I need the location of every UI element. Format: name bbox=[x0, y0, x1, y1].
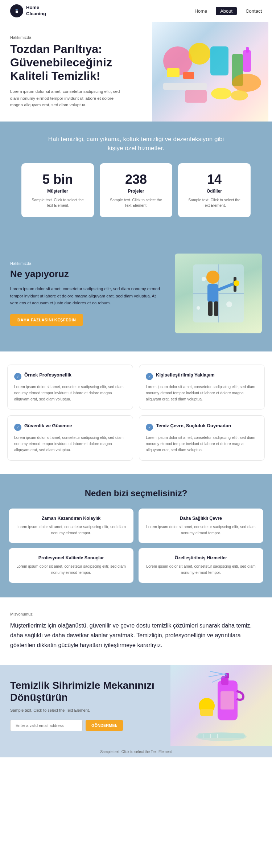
feature-card-1: ✓ Kişiselleştirilmiş Yaklaşım Lorem ipsu… bbox=[139, 365, 265, 410]
cta-desc: Sample text. Click to select the Text El… bbox=[10, 708, 160, 712]
feature-title-0: Örnek Profesyonellik bbox=[24, 372, 71, 378]
features-grid: ✓ Örnek Profesyonellik Lorem ipsum dolor… bbox=[7, 365, 265, 461]
why-card-desc-2: Lorem ipsum dolor sit amet, consetetur s… bbox=[15, 563, 127, 576]
feature-title-3: Temiz Çevre, Suçluluk Duymadan bbox=[156, 423, 231, 429]
mission-text: Müşterilerimiz için olağanüstü, güvenili… bbox=[10, 621, 262, 650]
why-card-3: Özelleştirilmiş Hizmetler Lorem ipsum do… bbox=[139, 548, 263, 583]
stats-cards: 5 bin Müşteriler Sample text. Click to s… bbox=[10, 163, 262, 218]
feature-icon-2: ✓ bbox=[14, 424, 21, 431]
svg-rect-23 bbox=[208, 301, 213, 316]
svg-point-27 bbox=[197, 306, 200, 310]
nav-contact[interactable]: Contact bbox=[246, 8, 262, 14]
why-card-desc-0: Lorem ipsum dolor sit amet, consetetur s… bbox=[15, 524, 127, 536]
stat-desc-0: Sample text. Click to select the Text El… bbox=[29, 197, 87, 209]
why-card-title-3: Özelleştirilmiş Hizmetler bbox=[145, 555, 257, 560]
svg-rect-10 bbox=[243, 50, 251, 72]
feature-title-1: Kişiselleştirilmiş Yaklaşım bbox=[156, 372, 215, 378]
feature-desc-1: Lorem ipsum dolor sit amet, consetetur s… bbox=[146, 384, 258, 402]
svg-point-25 bbox=[202, 277, 206, 281]
cta-form: GÖNDERMEk bbox=[10, 720, 160, 731]
svg-point-18 bbox=[206, 271, 219, 284]
why-card-desc-1: Lorem ipsum dolor sit amet, consetetur s… bbox=[145, 524, 257, 536]
svg-rect-24 bbox=[214, 301, 218, 316]
svg-point-13 bbox=[231, 90, 248, 100]
svg-rect-8 bbox=[167, 68, 180, 77]
explore-button[interactable]: DAHA FAZLASINI KEŞFEDİN bbox=[10, 314, 83, 326]
footer-note: Sample text. Click to select the Text El… bbox=[0, 746, 272, 757]
mission-section: Misyonumuz Müşterilerimiz için olağanüst… bbox=[0, 597, 272, 665]
feature-desc-0: Lorem ipsum dolor sit amet, consetetur s… bbox=[14, 384, 126, 402]
feature-desc-3: Lorem ipsum dolor sit amet, consetetur s… bbox=[146, 435, 258, 453]
cta-section: Temizlik Sihrimizle Mekanınızı Dönüştürü… bbox=[0, 665, 272, 746]
cta-image bbox=[170, 665, 272, 746]
why-card-1: Daha Sağlıklı Çevre Lorem ipsum dolor si… bbox=[139, 509, 263, 543]
hero-section: Hakkımızda Tozdan Parıltıya: Güvenebilec… bbox=[0, 22, 272, 122]
what-section: Hakkımızda Ne yapıyoruz Lorem ipsum dolo… bbox=[0, 239, 272, 351]
stat-desc-2: Sample text. Click to select the Text El… bbox=[185, 197, 243, 209]
hero-label: Hakkımızda bbox=[10, 35, 142, 40]
svg-point-22 bbox=[234, 280, 239, 286]
logo-icon bbox=[10, 4, 23, 17]
feature-card-2: ✓ Güvenlik ve Güvence Lorem ipsum dolor … bbox=[7, 415, 133, 460]
feature-card-0: ✓ Örnek Profesyonellik Lorem ipsum dolor… bbox=[7, 365, 133, 410]
what-image bbox=[175, 254, 262, 333]
what-content: Hakkımızda Ne yapıyoruz Lorem ipsum dolo… bbox=[10, 261, 163, 326]
svg-rect-14 bbox=[185, 90, 207, 103]
stat-card-1: 238 Projeler Sample text. Click to selec… bbox=[100, 163, 172, 218]
svg-rect-4 bbox=[210, 46, 228, 75]
why-card-title-1: Daha Sağlıklı Çevre bbox=[145, 516, 257, 521]
stats-section: Halı temizliği, cam yıkama, koltuk temiz… bbox=[0, 122, 272, 232]
svg-rect-38 bbox=[198, 733, 245, 738]
hero-title: Tozdan Parıltıya: Güvenebileceğiniz Kali… bbox=[10, 42, 142, 82]
svg-rect-33 bbox=[200, 709, 213, 716]
stat-number-0: 5 bin bbox=[29, 172, 87, 187]
hero-image bbox=[152, 22, 268, 122]
stat-desc-1: Sample text. Click to select the Text El… bbox=[107, 197, 165, 209]
svg-rect-11 bbox=[246, 47, 249, 53]
feature-icon-3: ✓ bbox=[146, 424, 153, 431]
footer-note-text: Sample text. Click to select the Text El… bbox=[100, 750, 172, 754]
nav-about[interactable]: About bbox=[216, 7, 237, 15]
what-desc: Lorem ipsum dolor sit amet, consetetur s… bbox=[10, 285, 163, 307]
nav-home[interactable]: Home bbox=[195, 8, 207, 14]
stat-label-2: Ödüller bbox=[185, 189, 243, 194]
send-button[interactable]: GÖNDERMEk bbox=[86, 720, 123, 731]
mission-label: Misyonumuz bbox=[10, 612, 262, 616]
stat-label-0: Müşteriler bbox=[29, 189, 87, 194]
why-card-title-0: Zaman Kazandıran Kolaylık bbox=[15, 516, 127, 521]
cta-title: Temizlik Sihrimizle Mekanınızı Dönüştürü… bbox=[10, 679, 160, 704]
why-card-2: Profesyonel Kalitede Sonuçlar Lorem ipsu… bbox=[9, 548, 133, 583]
email-input[interactable] bbox=[10, 720, 83, 731]
what-label: Hakkımızda bbox=[10, 261, 163, 266]
navbar: HomeCleaning Home About Contact bbox=[0, 0, 272, 22]
stat-number-1: 238 bbox=[107, 172, 165, 187]
svg-rect-31 bbox=[221, 691, 234, 709]
stat-label-1: Projeler bbox=[107, 189, 165, 194]
nav-links: Home About Contact bbox=[195, 7, 262, 15]
why-section: Neden bizi seçmelisiniz? Zaman Kazandıra… bbox=[0, 474, 272, 597]
why-grid: Zaman Kazandıran Kolaylık Lorem ipsum do… bbox=[9, 509, 263, 583]
feature-card-3: ✓ Temiz Çevre, Suçluluk Duymadan Lorem i… bbox=[139, 415, 265, 460]
feature-desc-2: Lorem ipsum dolor sit amet, consetetur s… bbox=[14, 435, 126, 453]
svg-rect-7 bbox=[163, 83, 207, 90]
stat-card-0: 5 bin Müşteriler Sample text. Click to s… bbox=[21, 163, 94, 218]
svg-point-12 bbox=[211, 88, 231, 99]
why-card-desc-3: Lorem ipsum dolor sit amet, consetetur s… bbox=[145, 563, 257, 576]
feature-title-2: Güvenlik ve Güvence bbox=[24, 423, 72, 429]
svg-rect-9 bbox=[183, 72, 194, 79]
hero-content: Hakkımızda Tozdan Parıltıya: Güvenebilec… bbox=[0, 22, 152, 122]
svg-point-3 bbox=[189, 43, 210, 65]
what-title: Ne yapıyoruz bbox=[10, 268, 163, 280]
svg-rect-1 bbox=[16, 11, 18, 13]
stats-tagline: Halı temizliği, cam yıkama, koltuk temiz… bbox=[42, 135, 230, 153]
why-card-0: Zaman Kazandıran Kolaylık Lorem ipsum do… bbox=[9, 509, 133, 543]
why-card-title-2: Profesyonel Kalitede Sonuçlar bbox=[15, 555, 127, 560]
feature-icon-1: ✓ bbox=[146, 373, 153, 380]
stat-number-2: 14 bbox=[185, 172, 243, 187]
logo[interactable]: HomeCleaning bbox=[10, 4, 46, 17]
cta-content: Temizlik Sihrimizle Mekanınızı Dönüştürü… bbox=[0, 665, 170, 746]
features-section: ✓ Örnek Profesyonellik Lorem ipsum dolor… bbox=[0, 351, 272, 474]
hero-desc: Lorem ipsum dolor sit amet, consetetur s… bbox=[10, 88, 126, 108]
brand-name: HomeCleaning bbox=[26, 5, 46, 17]
svg-rect-19 bbox=[207, 284, 218, 302]
